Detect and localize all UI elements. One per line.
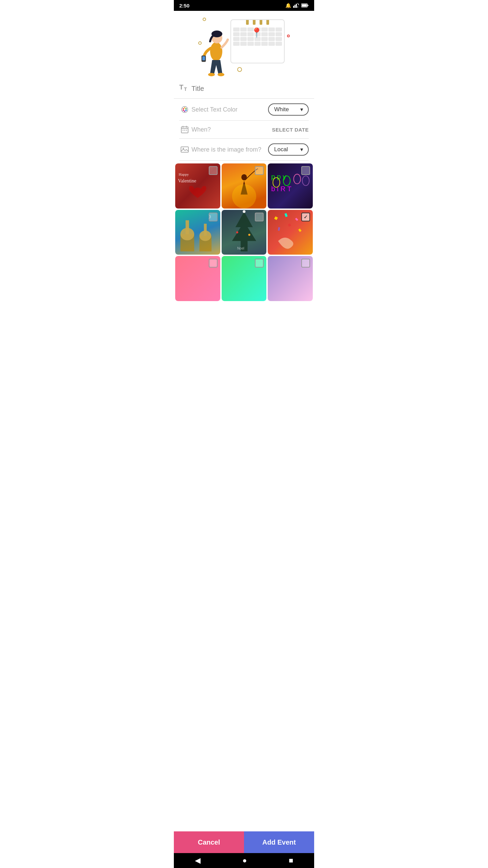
- image-checkbox-4[interactable]: [209, 213, 218, 221]
- image-cell-2[interactable]: [222, 163, 267, 209]
- person-figure: [200, 21, 234, 79]
- when-label: When?: [191, 126, 272, 133]
- svg-rect-12: [202, 56, 205, 60]
- title-input[interactable]: [191, 85, 309, 93]
- svg-point-50: [243, 210, 245, 213]
- image-checkbox-5[interactable]: [255, 213, 264, 221]
- text-color-row: Select Text Color White ▼: [179, 99, 309, 121]
- select-date-button[interactable]: SELECT DATE: [272, 127, 309, 133]
- svg-rect-1: [294, 5, 296, 8]
- svg-rect-55: [285, 213, 288, 217]
- svg-rect-45: [186, 220, 189, 234]
- image-checkbox-9[interactable]: [301, 259, 310, 268]
- deco-dot-1: [203, 18, 206, 21]
- svg-point-18: [183, 108, 184, 110]
- svg-text:T: T: [179, 83, 183, 91]
- deco-dot-3: [237, 67, 242, 72]
- svg-text:Happy: Happy: [179, 172, 189, 176]
- svg-point-21: [185, 110, 187, 111]
- image-checkbox-2[interactable]: [255, 166, 264, 175]
- svg-point-42: [302, 176, 309, 186]
- image-icon: [179, 146, 190, 153]
- image-cell-5[interactable]: Noel: [222, 210, 267, 255]
- svg-text:Noel: Noel: [237, 246, 244, 250]
- svg-rect-0: [293, 6, 294, 8]
- image-cell-1[interactable]: Happy Valentine: [175, 163, 220, 209]
- image-checkbox-1[interactable]: [209, 166, 218, 175]
- svg-point-36: [232, 184, 256, 208]
- signal-icon: [293, 3, 299, 8]
- image-source-row: Where is the image from? Local ▼: [179, 139, 309, 161]
- svg-point-14: [218, 73, 224, 76]
- image-checkbox-3[interactable]: [301, 166, 310, 175]
- image-source-dropdown[interactable]: Local ▼: [268, 143, 309, 156]
- image-grid: Happy Valentine: [174, 161, 314, 304]
- svg-point-41: [294, 174, 301, 184]
- svg-text:T: T: [184, 86, 187, 92]
- svg-point-23: [183, 110, 184, 111]
- text-color-dropdown[interactable]: White ▼: [268, 103, 309, 116]
- image-source-value: Local: [274, 146, 288, 153]
- image-checkbox-6[interactable]: [301, 213, 310, 221]
- palette-icon: [179, 105, 190, 114]
- svg-rect-6: [308, 5, 309, 6]
- image-cell-9[interactable]: [268, 256, 313, 301]
- location-pin-icon: 📍: [251, 27, 263, 38]
- svg-rect-31: [181, 147, 188, 152]
- image-checkbox-8[interactable]: [255, 259, 264, 268]
- svg-point-52: [248, 234, 250, 236]
- image-cell-7[interactable]: [175, 256, 220, 301]
- when-row: When? SELECT DATE: [179, 121, 309, 139]
- image-cell-6[interactable]: [268, 210, 313, 255]
- svg-point-29: [184, 130, 185, 131]
- form-section: Select Text Color White ▼ When? S: [174, 99, 314, 161]
- calendar-icon: [179, 125, 190, 134]
- image-cell-4[interactable]: ☽: [175, 210, 220, 255]
- image-source-label: Where is the image from?: [191, 146, 268, 153]
- title-format-icon: T T: [179, 83, 189, 94]
- image-cell-8[interactable]: [222, 256, 267, 301]
- status-icons: 🔔: [285, 3, 309, 8]
- svg-point-8: [210, 42, 222, 61]
- svg-point-19: [184, 107, 185, 108]
- status-time: 2:50: [179, 3, 189, 8]
- calendar-box: [230, 19, 285, 63]
- svg-line-4: [298, 3, 299, 5]
- svg-rect-57: [278, 227, 280, 231]
- battery-icon: [301, 3, 309, 7]
- svg-point-40: [283, 176, 290, 186]
- svg-rect-59: [288, 223, 291, 226]
- svg-rect-48: [204, 223, 207, 236]
- svg-rect-2: [296, 4, 297, 8]
- svg-point-51: [236, 231, 238, 233]
- image-cell-3[interactable]: p p y b i R T: [268, 163, 313, 209]
- chevron-down-icon-2: ▼: [299, 147, 304, 152]
- svg-point-20: [185, 108, 187, 110]
- svg-point-22: [184, 111, 185, 112]
- image-checkbox-7[interactable]: [209, 259, 218, 268]
- svg-point-30: [186, 130, 187, 131]
- chevron-down-icon: ▼: [299, 107, 304, 112]
- svg-point-13: [208, 73, 215, 76]
- notification-icon: 🔔: [285, 3, 291, 8]
- svg-rect-58: [298, 229, 302, 232]
- svg-rect-56: [295, 218, 298, 221]
- text-color-label: Select Text Color: [191, 106, 268, 113]
- title-row: T T: [174, 79, 314, 99]
- calendar-pins: [231, 19, 284, 25]
- svg-rect-54: [274, 216, 278, 220]
- svg-rect-3: [297, 6, 298, 8]
- svg-rect-7: [302, 4, 307, 7]
- svg-text:Valentine: Valentine: [178, 178, 196, 183]
- deco-dot-4: [287, 35, 290, 37]
- status-bar: 2:50 🔔: [174, 0, 314, 11]
- text-color-value: White: [274, 106, 289, 113]
- header-illustration: 📍: [174, 11, 314, 79]
- svg-point-28: [183, 130, 184, 131]
